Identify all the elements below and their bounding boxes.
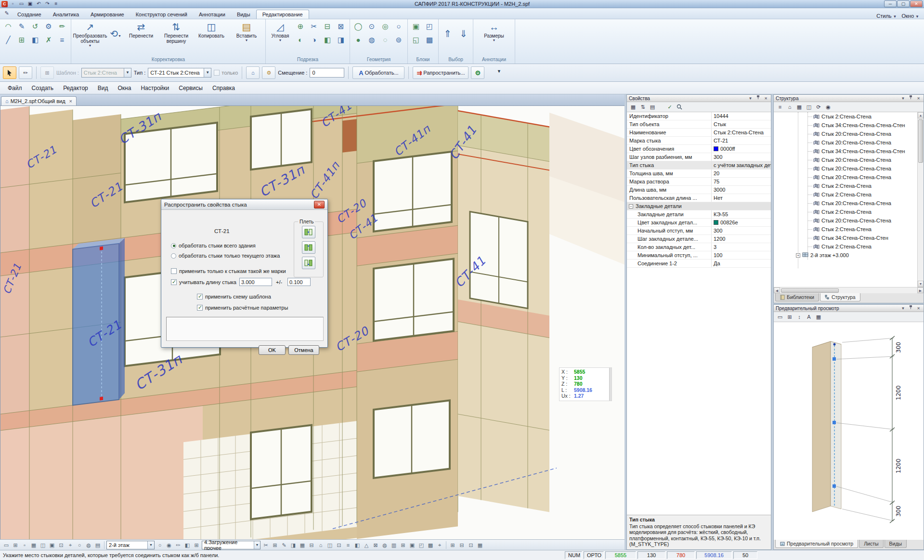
preview-tool-button[interactable]: ▦ (814, 313, 823, 321)
process-button[interactable]: A Обработать... (352, 66, 404, 79)
pin-icon[interactable] (908, 305, 914, 312)
draw-tool-button[interactable]: ✏ (56, 20, 68, 33)
property-row[interactable]: − Цвет обозначения 0000ff ▼ (627, 145, 771, 153)
snap-tool-button[interactable]: ⊡ (57, 541, 65, 549)
paste-button[interactable]: ▤ Вставить ▼ (230, 20, 263, 50)
tolerance-input[interactable]: 0.100 (287, 278, 311, 286)
length-input[interactable]: 3.000 (239, 278, 272, 286)
tab-views[interactable]: Виды (885, 540, 907, 548)
property-row[interactable]: − Соединение 1-2 Да ▼ (627, 260, 771, 268)
quick-access-button[interactable]: ▣ (26, 0, 34, 7)
ribbon-tab[interactable]: Армирование (85, 10, 130, 19)
move-button[interactable]: ⇄ Перенести (124, 20, 158, 50)
grid-tool-button[interactable]: ⊞ (40, 66, 54, 79)
ribbon-tab[interactable]: Конструктор сечений (130, 10, 193, 19)
brush-tool-button[interactable]: ✏ (19, 66, 32, 79)
snap-tool-button[interactable]: ◍ (84, 541, 93, 549)
move-vertex-button[interactable]: ⇅ Перенести вершину (159, 20, 193, 50)
mode-tool-button[interactable]: ◍ (380, 541, 389, 549)
property-row[interactable]: − Шаг узлов разбиения, мм 300 ▼ (627, 153, 771, 161)
draw-tool-button[interactable]: ↺ (29, 20, 41, 33)
scrollbar-thumb[interactable] (918, 119, 923, 163)
snap-tool-button[interactable]: ▦ (29, 541, 38, 549)
preview-tool-button[interactable]: A (805, 313, 813, 321)
properties-view-button[interactable]: ▤ (648, 103, 657, 111)
maximize-button[interactable]: ▢ (897, 0, 910, 7)
menu-item[interactable]: Справка (208, 83, 240, 93)
checkbox-length[interactable]: учитывать длину стыка (171, 279, 236, 285)
apply-button[interactable]: ✓ (665, 103, 674, 111)
radio-current-floor[interactable]: обработать стыки только текущего этажа (171, 253, 280, 259)
table-tool-button[interactable]: ⊞ (448, 541, 457, 549)
pin-icon[interactable] (755, 95, 761, 102)
panel-menu-icon[interactable]: ▼ (900, 305, 906, 312)
propagate-button[interactable]: ⇉ Рапространить... (413, 66, 469, 79)
structure-tree-item[interactable]: Стык 20:Стена-Стена-Стена (774, 216, 924, 225)
checkbox-template-scheme[interactable]: применить схему шаблона (197, 294, 271, 300)
structure-tree-item[interactable]: Стык 2:Стена-Стена (774, 208, 924, 216)
edit-mode-icon[interactable]: ✎ (2, 10, 12, 19)
structure-tool-button[interactable]: ◫ (805, 103, 813, 111)
structure-tree-item[interactable]: Стык 20:Стена-Стена-Стена (774, 156, 924, 164)
transform-objects-button[interactable]: ↗ Преобразовать объекты ▼ (73, 20, 107, 50)
structure-tree-item[interactable]: Стык 34:Стена-Стена-Стен (774, 234, 924, 242)
mode-tool-button[interactable]: ⊠ (371, 541, 380, 549)
panel-menu-icon[interactable]: ▼ (747, 95, 754, 102)
draw-tool-button[interactable]: ◠ (2, 20, 14, 33)
property-row[interactable]: − Марка раствора 75 ▼ (627, 178, 771, 186)
geometry-tool-button[interactable]: ◎ (379, 20, 391, 33)
select-below-button[interactable]: ⇓ (456, 20, 471, 47)
tab-libraries[interactable]: Библиотеки (775, 293, 819, 301)
draw-tool-button[interactable]: ✗ (42, 34, 55, 46)
block-tool-button[interactable]: ▩ (423, 34, 436, 46)
trim-tool-button[interactable]: ◐ (294, 34, 307, 46)
table-tool-button[interactable]: ⊟ (457, 541, 466, 549)
mode-tool-button[interactable]: ⌂ (316, 541, 325, 549)
search-button[interactable] (675, 103, 684, 111)
group-expander-icon[interactable]: − (629, 204, 633, 208)
mode-tool-button[interactable]: ⊞ (271, 541, 279, 549)
geometry-tool-button[interactable]: ● (352, 34, 364, 46)
menu-item[interactable]: Редактор (58, 83, 93, 93)
menu-item[interactable]: Файл (3, 83, 27, 93)
draw-tool-button[interactable]: ≡ (56, 34, 68, 46)
panel-close-icon[interactable]: ✕ (915, 305, 922, 312)
draw-tool-button[interactable]: ⚙ (42, 20, 55, 33)
view-tool-button[interactable]: ⊞ (192, 541, 201, 549)
template-combobox[interactable]: Стык 2:Стена ▼ (81, 68, 131, 78)
quick-access-button[interactable]: ▫ (9, 0, 17, 7)
mode-tool-button[interactable]: ⊟ (307, 541, 316, 549)
menu-item[interactable]: Окна (113, 83, 136, 93)
scrollbar-thumb[interactable] (781, 288, 839, 293)
property-row[interactable]: − Длина шва, мм 3000 ▼ (627, 186, 771, 194)
settings-button[interactable]: ⚙ (262, 66, 275, 79)
draw-tool-button[interactable]: ◧ (29, 34, 41, 46)
trim-tool-button[interactable]: ◧ (321, 34, 334, 46)
preview-tool-button[interactable]: ↕ (795, 313, 804, 321)
mode-tool-button[interactable]: ◨ (289, 541, 298, 549)
close-button[interactable]: ✕ (910, 0, 923, 7)
menu-item[interactable]: Настройки (136, 83, 174, 93)
ribbon-tab[interactable]: Аналитика (47, 10, 85, 19)
structure-tree-item[interactable]: Стык 2:Стена-Стена (774, 190, 924, 199)
cancel-button[interactable]: Отмена (288, 345, 319, 355)
property-row[interactable]: − Закладные детали ▼ (627, 202, 771, 210)
property-row[interactable]: − Шаг закладных детале... 1200 ▼ (627, 235, 771, 243)
structure-tool-button[interactable]: ≡ (776, 103, 784, 111)
structure-tree-item[interactable]: Стык 2:Стена-Стена (774, 182, 924, 190)
mode-tool-button[interactable]: ▣ (408, 541, 416, 549)
snap-tool-button[interactable]: ▣ (48, 541, 56, 549)
apply-settings-button[interactable]: ⚙ (471, 66, 484, 79)
ribbon-tab[interactable]: Виды (231, 10, 256, 19)
mode-tool-button[interactable]: ◧ (353, 541, 362, 549)
view-tool-button[interactable]: ◧ (183, 541, 192, 549)
geometry-tool-button[interactable]: ◍ (365, 34, 378, 46)
property-row[interactable]: − Начальный отступ, мм 300 ▼ (627, 227, 771, 235)
trim-tool-button[interactable]: ◑ (308, 34, 320, 46)
trim-tool-button[interactable]: ◨ (335, 34, 347, 46)
snap-tool-button[interactable]: ⌖ (66, 541, 75, 549)
checkbox-same-mark[interactable]: применить только к стыкам такой же марки (171, 268, 286, 274)
horizontal-scrollbar[interactable]: ◀ ▶ (774, 287, 924, 293)
trim-tool-button[interactable]: ⊕ (294, 20, 307, 33)
mode-tool-button[interactable]: ⊡ (335, 541, 343, 549)
